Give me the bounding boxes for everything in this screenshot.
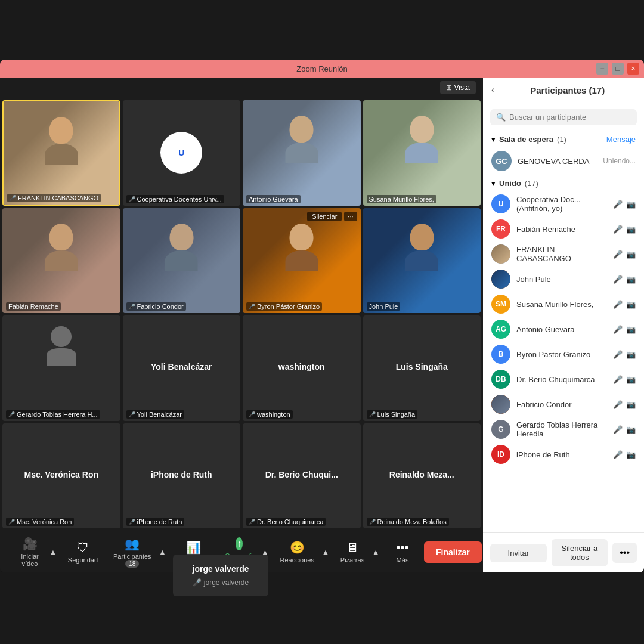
participant-list: U Cooperativa Doc... (Anfitrión, yo) 🎤 📷… <box>483 191 644 532</box>
video-tile-7: Silenciar ··· 🎤 Byron Pástor Granizo <box>243 208 361 314</box>
waiting-avatar: GC <box>491 151 512 171</box>
invite-button[interactable]: Invitar <box>490 544 547 562</box>
video-tile-14: iPhone de Ruth 🎤 iPhone de Ruth <box>123 423 241 529</box>
avatar-susana: SM <box>491 295 510 314</box>
participant-row-antonio: AG Antonio Guevara 🎤 📷 <box>483 317 644 342</box>
muted-icon-10: 🎤 <box>129 411 135 417</box>
jorge-popup: jorge valverde 🎤 jorge valverde <box>173 555 268 572</box>
waiting-action: Uniendo... <box>603 157 636 165</box>
participant-row-byron: B Byron Pástor Granizo 🎤 📷 <box>483 342 644 367</box>
muted-icon-13: 🎤 <box>8 519 15 525</box>
avatar-iphone: ID <box>491 445 510 464</box>
tile-name-4: Susana Murillo Flores, <box>367 195 436 203</box>
tile-10-center-name: Yoli Benalcázar <box>151 362 212 371</box>
silenciar-button-7[interactable]: Silenciar <box>307 212 342 221</box>
cam-muted-icon-7: 📷 <box>626 350 636 359</box>
avatar-franklin <box>491 244 510 264</box>
cam-icon-9: 📷 <box>626 400 636 409</box>
reactions-icon: 😊 <box>290 540 305 555</box>
more-button[interactable]: ••• Más <box>385 537 420 567</box>
participants-icon: 👥 <box>125 537 140 551</box>
avatar-cooperative: U <box>491 194 510 213</box>
sidebar: ‹ Participantes (17) 🔍 ▾ Sala de espera … <box>483 78 644 572</box>
tile-12-center-name: Luis Singaña <box>396 362 448 371</box>
muted-icon-7: 🎤 <box>249 304 255 309</box>
muted-icon-12: 🎤 <box>369 411 376 417</box>
video-button[interactable]: 🎥 Iniciar vídeo <box>12 533 48 571</box>
mic-icon-6: 🎤 <box>613 325 623 334</box>
tile-name-9: 🎤 Gerardo Tobias Herrera H... <box>6 410 100 419</box>
sidebar-back-button[interactable]: ‹ <box>491 85 494 95</box>
waiting-count: (1) <box>557 135 566 144</box>
finalize-button[interactable]: Finalizar <box>424 541 482 563</box>
reactions-caret[interactable]: ▲ <box>320 547 331 557</box>
search-box: 🔍 <box>490 109 637 125</box>
votes-icon: 📊 <box>186 540 201 555</box>
cam-muted-icon-8: 📷 <box>626 375 636 384</box>
mic-icon-1: 🎤 <box>613 200 623 209</box>
maximize-button[interactable]: □ <box>612 63 624 75</box>
window-title: Zoom Reunión <box>296 64 347 73</box>
muted-icon-11: 🎤 <box>249 411 255 417</box>
more-options-button[interactable]: ••• <box>612 543 637 563</box>
mic-muted-icon-9: 🎤 <box>613 400 623 409</box>
mic-muted-icon-10: 🎤 <box>613 425 623 434</box>
mensaje-button[interactable]: Mensaje <box>606 135 636 144</box>
joined-toggle[interactable]: ▾ <box>491 179 496 188</box>
cam-icon-3: 📷 <box>626 250 636 259</box>
tile-name-10: 🎤 Yoli Benalcázar <box>126 410 184 419</box>
video-tile-9: 🎤 Gerardo Tobias Herrera H... <box>2 315 120 421</box>
minimize-button[interactable]: − <box>596 63 608 75</box>
tile-name-3: Antonio Guevara <box>246 195 301 203</box>
zoom-window: Zoom Reunión − □ × ⊞ Vista <box>0 60 644 572</box>
participant-row-franklin: FRANKLIN CABASCANGO 🎤 📷 <box>483 242 644 267</box>
tile-name-5: Fabián Remache <box>6 302 61 311</box>
sidebar-header: ‹ Participantes (17) <box>483 78 644 103</box>
waiting-section: ▾ Sala de espera (1) Mensaje <box>483 131 644 147</box>
participant-row-gerardo: G Gerardo Tobias Herrera Heredia 🎤 📷 <box>483 417 644 442</box>
video-area: ⊞ Vista 🎤 FRANKLIN CABASCANGO <box>0 78 483 572</box>
video-off-icon: 🎥 <box>23 537 38 551</box>
muted-icon-16: 🎤 <box>369 519 376 525</box>
mic-muted-icon-8: 🎤 <box>613 375 623 384</box>
video-tile-3: Antonio Guevara <box>243 100 361 206</box>
tile-name-2: 🎤 Cooperativa Docentes Univ... <box>126 195 224 203</box>
mic-icon-5: 🎤 <box>613 300 623 309</box>
waiting-toggle[interactable]: ▾ <box>491 135 496 144</box>
participants-caret[interactable]: ▲ <box>157 547 168 557</box>
video-tile-16: Reinaldo Meza... 🎤 Reinaldo Meza Bolaños <box>363 423 481 529</box>
jorge-name: jorge valverde <box>185 564 256 572</box>
tile-name-8: John Pule <box>367 302 401 311</box>
cam-icon-2: 📷 <box>626 225 636 234</box>
whiteboards-caret[interactable]: ▲ <box>370 547 381 557</box>
cam-icon-1: 📷 <box>626 200 636 209</box>
video-caret[interactable]: ▲ <box>48 547 58 557</box>
participant-row-john: John Pule 🎤 📷 <box>483 267 644 292</box>
tile-name-11: 🎤 washington <box>246 410 293 419</box>
video-tile-8: John Pule <box>363 208 481 314</box>
search-icon: 🔍 <box>496 113 506 122</box>
avatar-berio: DB <box>491 370 510 389</box>
reactions-tool-group: 😊 Reacciones ▲ <box>274 537 330 567</box>
more-button-7[interactable]: ··· <box>344 212 357 221</box>
sidebar-footer: Invitar Silenciar a todos ••• <box>483 532 644 572</box>
video-tile-2: U 🎤 Cooperativa Docentes Univ... <box>123 100 241 206</box>
close-button[interactable]: × <box>627 63 639 75</box>
view-button[interactable]: ⊞ Vista <box>440 81 476 94</box>
mic-muted-icon-11: 🎤 <box>613 450 623 459</box>
mic-muted-icon-7: 🎤 <box>613 350 623 359</box>
reactions-button[interactable]: 😊 Reacciones <box>274 537 320 567</box>
waiting-row: GC GENOVEVA CERDA Uniendo... <box>483 147 644 175</box>
search-input[interactable] <box>509 113 631 122</box>
participants-button[interactable]: 👥 Participantes 18 <box>107 533 157 571</box>
whiteboards-button[interactable]: 🖥 Pizarras <box>335 537 370 567</box>
more-tool-group: ••• Más <box>385 537 420 567</box>
title-bar: Zoom Reunión − □ × <box>0 60 644 78</box>
video-tool-group: 🎥 Iniciar vídeo ▲ <box>12 533 58 571</box>
video-tile-13: Msc. Verónica Ron 🎤 Msc. Verónica Ron <box>2 423 120 529</box>
silence-all-button[interactable]: Silenciar a todos <box>552 539 608 566</box>
security-tool-group: 🛡 Seguridad <box>62 537 104 567</box>
grid-icon: ⊞ <box>446 83 452 92</box>
security-button[interactable]: 🛡 Seguridad <box>62 537 104 567</box>
tile-name-14: 🎤 iPhone de Ruth <box>126 518 185 526</box>
